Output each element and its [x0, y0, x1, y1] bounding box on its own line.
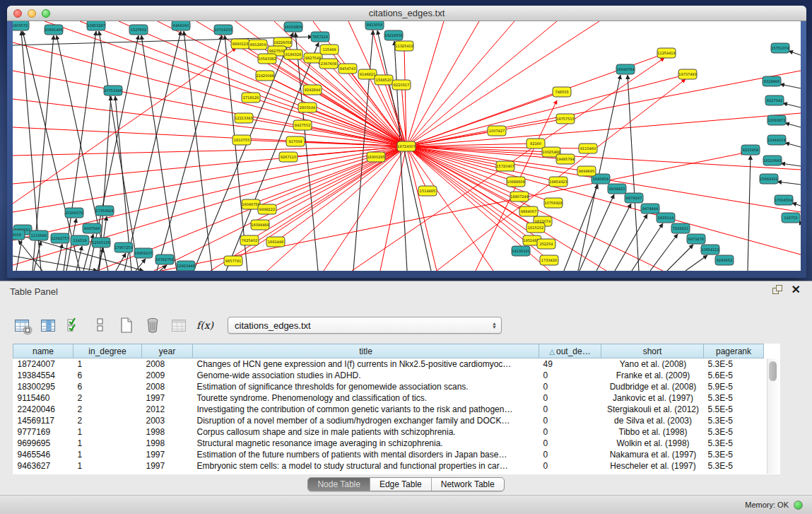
tab-node-table[interactable]: Node Table — [308, 478, 370, 491]
graph-node[interactable]: 19737493 — [678, 69, 697, 79]
graph-node[interactable]: 748503 — [553, 87, 571, 97]
table-cell[interactable]: 1 — [73, 426, 142, 438]
float-panel-icon[interactable] — [772, 285, 783, 295]
graph-node[interactable]: 19218506 — [384, 30, 403, 40]
table-cell[interactable]: 1998 — [142, 426, 193, 438]
new-table-button[interactable] — [116, 315, 137, 335]
graph-node[interactable]: 14136141 — [512, 246, 530, 256]
graph-node[interactable]: 7625402 — [240, 235, 259, 245]
graph-node[interactable]: 12923448 — [177, 261, 195, 271]
graph-node[interactable]: 11325419 — [395, 41, 413, 51]
table-cell[interactable]: 1 — [73, 438, 142, 449]
graph-node[interactable]: 9227342 — [765, 95, 784, 105]
table-cell[interactable]: 2 — [73, 404, 142, 415]
graph-node[interactable]: 10719155 — [214, 25, 233, 35]
table-cell[interactable]: Franke et al. (2009) — [601, 370, 704, 381]
table-cell[interactable]: 18300295 — [13, 381, 73, 392]
scrollbar-thumb[interactable] — [769, 361, 777, 381]
table-row[interactable]: 1830029562008Estimation of significance … — [13, 381, 764, 392]
column-header-title[interactable]: title — [193, 344, 539, 358]
table-cell[interactable]: Genome-wide association studies in ADHD. — [193, 370, 539, 381]
table-cell[interactable]: 2008 — [142, 358, 193, 370]
table-row[interactable]: 911546021997Tourette syndrome. Phenomeno… — [13, 392, 764, 404]
graph-node[interactable]: 9097588 — [83, 223, 101, 233]
table-cell[interactable]: 2008 — [142, 381, 193, 392]
column-header-short[interactable]: short — [601, 344, 704, 358]
table-cell[interactable]: 1998 — [142, 438, 193, 449]
graph-node[interactable]: 12444154 — [767, 135, 786, 145]
table-cell[interactable]: Tourette syndrome. Phenomenology and cla… — [193, 392, 539, 404]
table-cell[interactable]: Corpus callosum shape and size in male p… — [193, 426, 539, 438]
table-cell[interactable]: 5.3E-5 — [704, 438, 764, 449]
graph-node[interactable]: 16648784 — [616, 64, 635, 74]
table-cell[interactable]: 1 — [73, 460, 142, 472]
table-cell[interactable]: 5.3E-5 — [704, 415, 764, 426]
table-cell[interactable]: 1997 — [142, 392, 193, 404]
graph-node[interactable]: 10853287 — [87, 21, 105, 30]
graph-node[interactable]: 20691406 — [45, 25, 63, 35]
table-cell[interactable]: 0 — [539, 426, 601, 438]
graph-node[interactable]: 8471676 — [687, 234, 705, 244]
vertical-scrollbar[interactable] — [767, 358, 778, 474]
graph-node[interactable]: 17957253 — [114, 243, 133, 252]
column-header-in_degree[interactable]: in_degree — [73, 344, 142, 358]
table-row[interactable]: 977716911998Corpus callosum shape and si… — [13, 426, 764, 438]
graph-node[interactable]: 12342757 — [51, 233, 69, 243]
close-panel-icon[interactable]: ✕ — [792, 285, 801, 295]
table-cell[interactable]: 1997 — [142, 449, 193, 460]
table-cell[interactable]: 9115460 — [13, 392, 73, 404]
graph-node[interactable]: 16958107 — [134, 248, 153, 258]
graph-node[interactable]: 8660123 — [231, 39, 249, 49]
graph-node[interactable]: 1527602 — [129, 25, 148, 35]
table-cell[interactable]: 6 — [73, 370, 142, 381]
table-cell[interactable]: Disruption of a novel member of a sodium… — [193, 415, 539, 426]
table-cell[interactable]: Tibbo et al. (1998) — [601, 426, 704, 438]
network-graph-svg[interactable]: 1872400719055722069140610853287152760264… — [13, 21, 801, 271]
graph-node[interactable]: 39159 — [13, 230, 25, 240]
graph-node[interactable]: 8813054 — [365, 21, 384, 30]
table-cell[interactable]: 0 — [539, 392, 601, 404]
graph-node[interactable]: 1810755 — [233, 135, 251, 145]
graph-node[interactable]: 2718126 — [242, 93, 260, 103]
row-height-button[interactable] — [90, 315, 111, 335]
table-cell[interactable]: 0 — [539, 460, 601, 472]
graph-node[interactable]: 82160 — [526, 139, 545, 148]
graph-node[interactable]: 16099489 — [251, 220, 269, 230]
table-cell[interactable]: 2 — [73, 415, 142, 426]
graph-node[interactable]: 20753346 — [104, 86, 122, 95]
show-column-button[interactable] — [37, 315, 59, 335]
graph-node[interactable]: 16046756 — [242, 199, 260, 209]
graph-node[interactable]: 15751074 — [771, 43, 789, 53]
table-cell[interactable]: 19384554 — [13, 370, 73, 381]
graph-node[interactable]: 7857224 — [311, 32, 329, 42]
graph-node[interactable]: 8912954 — [249, 40, 267, 49]
table-cell[interactable]: 5.3E-5 — [704, 426, 764, 438]
column-header-pagerank[interactable]: pagerank — [704, 344, 764, 358]
table-row[interactable]: 946554611997Estimation of the future num… — [13, 449, 764, 460]
graph-node[interactable]: 8454743 — [339, 64, 357, 74]
table-cell[interactable]: 5.9E-5 — [704, 381, 764, 392]
table-cell[interactable]: 9777169 — [13, 426, 73, 438]
table-row[interactable]: 1872400712008Changes of HCN gene express… — [13, 358, 764, 370]
table-cell[interactable]: 1 — [73, 358, 142, 370]
graph-node[interactable]: 8938923 — [608, 184, 626, 194]
graph-node[interactable]: 10756928 — [544, 198, 563, 208]
table-cell[interactable]: 0 — [539, 404, 601, 415]
graph-node[interactable]: 2935114 — [657, 213, 675, 223]
table-cell[interactable]: 9699695 — [13, 438, 73, 449]
graph-node[interactable]: 12213343 — [235, 113, 253, 123]
tab-network-table[interactable]: Network Table — [431, 478, 504, 491]
graph-node[interactable]: 2367608 — [319, 59, 338, 69]
table-cell[interactable]: Dudbridge et al. (2008) — [601, 381, 704, 392]
table-cell[interactable]: 14569117 — [13, 415, 73, 426]
table-cell[interactable]: 49 — [539, 358, 601, 370]
graph-node[interactable]: 9474444 — [641, 204, 659, 214]
graph-node[interactable]: 6679197 — [625, 193, 643, 203]
graph-node[interactable]: 9146821 — [358, 69, 377, 79]
graph-node[interactable]: 18300295 — [367, 152, 385, 162]
graph-node[interactable]: 1588520 — [375, 75, 393, 85]
graph-node[interactable]: 917004 — [286, 136, 305, 146]
table-cell[interactable]: 2003 — [142, 415, 193, 426]
table-cell[interactable]: Changes of HCN gene expression and I(f) … — [193, 358, 539, 370]
table-cell[interactable]: 5.3E-5 — [704, 392, 764, 404]
